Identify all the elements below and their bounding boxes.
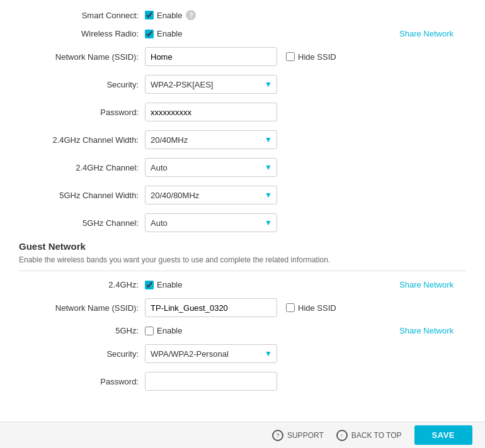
channel-5-controls: Auto 36404448 149153157161 ▼ (145, 213, 466, 232)
smart-connect-label: Smart Connect: (19, 11, 145, 20)
channel-width-5-label: 5GHz Channel Width: (19, 191, 145, 200)
footer-bar: ? SUPPORT ↑ BACK TO TOP SAVE (0, 422, 485, 448)
channel-24-select-wrapper: Auto 1234 5678 91011 ▼ (145, 158, 277, 177)
smart-connect-checkbox[interactable] (145, 11, 154, 20)
wireless-radio-label: Wireless Radio: (19, 29, 145, 38)
guest-network-name-24-label: Network Name (SSID): (19, 303, 145, 313)
guest-24-row: 2.4GHz: Enable Share Network (19, 280, 466, 289)
guest-24-share-network[interactable]: Share Network (399, 280, 466, 289)
back-to-top-icon: ↑ (336, 430, 348, 441)
guest-network-description: Enable the wireless bands you want your … (19, 255, 466, 271)
guest-network-name-24-row: Network Name (SSID): Hide SSID (19, 298, 466, 317)
guest-5-controls: Enable Share Network (145, 326, 466, 335)
wireless-radio-enable-label[interactable]: Enable (157, 29, 182, 38)
hide-ssid-checkbox[interactable] (286, 52, 295, 61)
password-row: Password: (19, 103, 466, 121)
channel-5-select[interactable]: Auto 36404448 149153157161 (145, 213, 277, 232)
channel-24-label: 2.4GHz Channel: (19, 163, 145, 172)
guest-password-input[interactable] (145, 372, 277, 391)
guest-5-checkbox[interactable] (145, 327, 154, 335)
network-name-label: Network Name (SSID): (19, 52, 145, 62)
guest-password-row: Password: (19, 372, 466, 391)
guest-network-name-24-controls: Hide SSID (145, 298, 466, 317)
guest-24-enable: Enable (145, 280, 182, 289)
guest-5-row: 5GHz: Enable Share Network (19, 326, 466, 335)
wireless-radio-checkbox[interactable] (145, 30, 154, 38)
guest-24-checkbox[interactable] (145, 281, 154, 289)
support-icon: ? (272, 430, 283, 441)
password-input[interactable] (145, 103, 277, 121)
security-row: Security: WPA2-PSK[AES] WPA-PSK[TKIP] WP… (19, 75, 466, 94)
password-controls (145, 103, 466, 121)
channel-width-24-label: 2.4GHz Channel Width: (19, 135, 145, 145)
channel-width-5-controls: 20/40/80MHz 20MHz 40MHz 80MHz ▼ (145, 186, 466, 204)
hide-ssid-label[interactable]: Hide SSID (298, 52, 336, 62)
channel-5-label: 5GHz Channel: (19, 218, 145, 228)
guest-24-label: 2.4GHz: (19, 280, 145, 289)
password-label: Password: (19, 108, 145, 117)
save-button[interactable]: SAVE (414, 425, 472, 445)
guest-password-controls (145, 372, 466, 391)
channel-width-24-select-wrapper: 20/40MHz 20MHz 40MHz ▼ (145, 130, 277, 149)
smart-connect-enable: Enable (145, 11, 182, 20)
smart-connect-help-icon[interactable]: ? (186, 10, 196, 20)
hide-ssid-wrapper: Hide SSID (286, 52, 336, 62)
guest-password-label: Password: (19, 377, 145, 386)
guest-5-enable-label[interactable]: Enable (157, 326, 182, 335)
back-to-top-label: BACK TO TOP (351, 431, 402, 440)
guest-security-label: Security: (19, 349, 145, 359)
channel-24-controls: Auto 1234 5678 91011 ▼ (145, 158, 466, 177)
smart-connect-enable-label[interactable]: Enable (157, 11, 182, 20)
network-name-row: Network Name (SSID): Hide SSID (19, 47, 466, 66)
security-controls: WPA2-PSK[AES] WPA-PSK[TKIP] WPA/WPA2-Per… (145, 75, 466, 94)
wireless-radio-row: Wireless Radio: Enable Share Network (19, 29, 466, 38)
security-label: Security: (19, 80, 145, 89)
guest-security-row: Security: WPA/WPA2-Personal WPA2-PSK[AES… (19, 344, 466, 363)
guest-security-select[interactable]: WPA/WPA2-Personal WPA2-PSK[AES] None (145, 344, 277, 363)
channel-24-row: 2.4GHz Channel: Auto 1234 5678 91011 ▼ (19, 158, 466, 177)
support-label: SUPPORT (287, 431, 324, 440)
support-link[interactable]: ? SUPPORT (272, 430, 324, 441)
channel-24-select[interactable]: Auto 1234 5678 91011 (145, 158, 277, 177)
guest-hide-ssid-24-wrapper: Hide SSID (286, 303, 336, 313)
channel-width-5-select-wrapper: 20/40/80MHz 20MHz 40MHz 80MHz ▼ (145, 186, 277, 204)
guest-security-select-wrapper: WPA/WPA2-Personal WPA2-PSK[AES] None ▼ (145, 344, 277, 363)
guest-hide-ssid-24-label[interactable]: Hide SSID (298, 303, 336, 313)
wireless-radio-enable: Enable (145, 29, 182, 38)
guest-network-section: Guest Network Enable the wireless bands … (19, 241, 466, 391)
channel-width-24-select[interactable]: 20/40MHz 20MHz 40MHz (145, 130, 277, 149)
guest-5-enable: Enable (145, 326, 182, 335)
back-to-top-link[interactable]: ↑ BACK TO TOP (336, 430, 402, 441)
channel-5-row: 5GHz Channel: Auto 36404448 149153157161… (19, 213, 466, 232)
guest-security-controls: WPA/WPA2-Personal WPA2-PSK[AES] None ▼ (145, 344, 466, 363)
channel-width-24-controls: 20/40MHz 20MHz 40MHz ▼ (145, 130, 466, 149)
guest-5-label: 5GHz: (19, 326, 145, 335)
guest-hide-ssid-24-checkbox[interactable] (286, 303, 295, 312)
channel-width-24-row: 2.4GHz Channel Width: 20/40MHz 20MHz 40M… (19, 130, 466, 149)
wireless-radio-controls: Enable Share Network (145, 29, 466, 38)
guest-24-enable-label[interactable]: Enable (157, 280, 182, 289)
guest-network-title: Guest Network (19, 241, 466, 252)
network-name-input[interactable] (145, 47, 277, 66)
security-select-wrapper: WPA2-PSK[AES] WPA-PSK[TKIP] WPA/WPA2-Per… (145, 75, 277, 94)
smart-connect-row: Smart Connect: Enable ? (19, 10, 466, 20)
guest-network-name-24-input[interactable] (145, 298, 277, 317)
smart-connect-controls: Enable ? (145, 10, 466, 20)
security-select[interactable]: WPA2-PSK[AES] WPA-PSK[TKIP] WPA/WPA2-Per… (145, 75, 277, 94)
channel-width-5-select[interactable]: 20/40/80MHz 20MHz 40MHz 80MHz (145, 186, 277, 204)
channel-width-5-row: 5GHz Channel Width: 20/40/80MHz 20MHz 40… (19, 186, 466, 204)
guest-5-share-network[interactable]: Share Network (399, 326, 466, 335)
guest-24-controls: Enable Share Network (145, 280, 466, 289)
main-content: Smart Connect: Enable ? Wireless Radio: … (0, 0, 485, 448)
network-name-controls: Hide SSID (145, 47, 466, 66)
wireless-radio-share-network[interactable]: Share Network (399, 29, 466, 38)
channel-5-select-wrapper: Auto 36404448 149153157161 ▼ (145, 213, 277, 232)
